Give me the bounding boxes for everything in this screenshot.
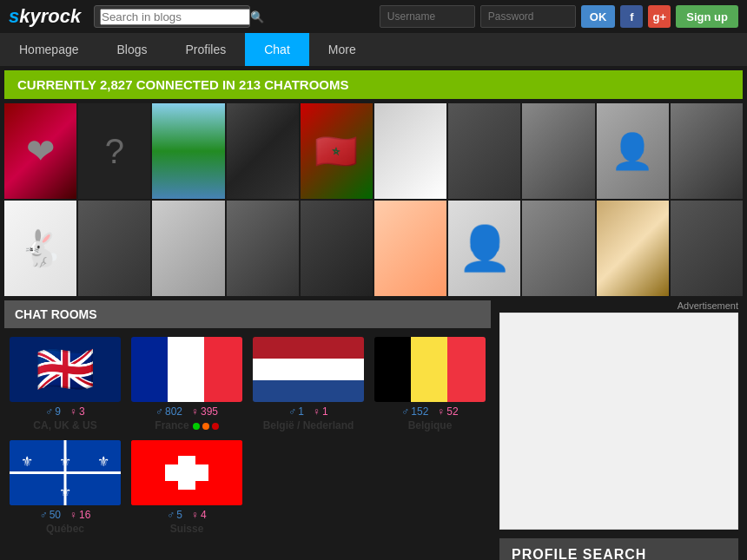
room-card-quebec[interactable]: ⚜ ⚜ ⚜ ⚜ ♂50 ♀16 Québec bbox=[9, 440, 122, 535]
male-icon: ♂ bbox=[45, 405, 53, 418]
room-stats: ♂152 ♀52 bbox=[401, 405, 458, 418]
room-name: België / Nederland bbox=[263, 419, 354, 432]
room-card-belgie[interactable]: ♂1 ♀1 België / Nederland bbox=[252, 337, 365, 432]
signup-button[interactable]: Sign up bbox=[676, 5, 738, 28]
nav: Homepage Blogs Profiles Chat More bbox=[0, 33, 747, 66]
room-stats: ♂1 ♀1 bbox=[288, 405, 327, 418]
room-card-belgique[interactable]: ♂152 ♀52 Belgique bbox=[374, 337, 486, 432]
username-input[interactable] bbox=[380, 5, 475, 28]
right-panel: Advertisement PROFILE SEARCH bbox=[491, 300, 738, 560]
room-name: CA, UK & US bbox=[33, 419, 96, 432]
room-card-france[interactable]: ♂802 ♀395 France bbox=[130, 337, 243, 432]
room-card-suisse[interactable]: ♂5 ♀4 Suisse bbox=[130, 440, 243, 535]
advertisement-label: Advertisement bbox=[499, 300, 738, 311]
svg-text:⚜: ⚜ bbox=[59, 484, 71, 499]
flag-fr bbox=[131, 337, 242, 402]
photo-cell[interactable] bbox=[374, 201, 446, 296]
search-input[interactable] bbox=[100, 9, 250, 25]
photo-cell[interactable] bbox=[152, 201, 224, 296]
male-icon: ♂ bbox=[401, 405, 409, 418]
nav-item-more[interactable]: More bbox=[309, 33, 375, 66]
photo-cell[interactable] bbox=[671, 201, 743, 296]
flag-qc: ⚜ ⚜ ⚜ ⚜ bbox=[10, 440, 121, 505]
svg-rect-9 bbox=[165, 464, 208, 481]
left-panel: CHAT ROOMS ♂9 ♀3 CA, UK & US ♂802 ♀395 bbox=[4, 300, 491, 560]
main-content: CHAT ROOMS ♂9 ♀3 CA, UK & US ♂802 ♀395 bbox=[4, 300, 743, 560]
photo-cell[interactable]: ? bbox=[78, 103, 150, 199]
female-stat: ♀4 bbox=[191, 509, 207, 521]
dot-green bbox=[193, 423, 200, 430]
room-stats: ♂5 ♀4 bbox=[167, 509, 206, 521]
photo-cell[interactable] bbox=[152, 103, 224, 199]
flag-uk bbox=[10, 337, 121, 402]
female-icon: ♀ bbox=[191, 509, 199, 521]
svg-text:⚜: ⚜ bbox=[59, 454, 71, 469]
photo-cell[interactable]: 🇲🇦 bbox=[301, 103, 373, 199]
female-icon: ♀ bbox=[69, 509, 77, 521]
photo-cell[interactable] bbox=[227, 201, 299, 296]
nav-item-blogs[interactable]: Blogs bbox=[98, 33, 167, 66]
female-stat: ♀3 bbox=[69, 405, 85, 418]
male-stat: ♂5 bbox=[167, 509, 182, 521]
auth-area: OK f g+ Sign up bbox=[380, 5, 738, 28]
room-stats: ♂802 ♀395 bbox=[155, 405, 218, 418]
photo-cell[interactable]: 👤 bbox=[597, 103, 669, 199]
photo-cell[interactable] bbox=[374, 103, 446, 199]
flag-ch bbox=[131, 440, 242, 505]
male-stat: ♂152 bbox=[401, 405, 428, 418]
female-stat: ♀52 bbox=[437, 405, 458, 418]
dot-orange bbox=[202, 423, 209, 430]
ok-button[interactable]: OK bbox=[581, 5, 616, 28]
room-card-uk[interactable]: ♂9 ♀3 CA, UK & US bbox=[9, 337, 122, 432]
password-input[interactable] bbox=[480, 5, 576, 28]
photo-cell[interactable] bbox=[597, 201, 669, 296]
gplus-button[interactable]: g+ bbox=[648, 5, 671, 28]
female-stat: ♀1 bbox=[313, 405, 328, 418]
female-stat: ♀16 bbox=[69, 509, 90, 521]
male-icon: ♂ bbox=[288, 405, 296, 418]
female-icon: ♀ bbox=[437, 405, 445, 418]
male-icon: ♂ bbox=[167, 509, 175, 521]
photo-cell[interactable] bbox=[227, 103, 299, 199]
male-icon: ♂ bbox=[155, 405, 163, 418]
svg-text:⚜: ⚜ bbox=[21, 454, 33, 469]
room-dots bbox=[193, 423, 219, 430]
male-stat: ♂9 bbox=[45, 405, 61, 418]
logo: skyrock bbox=[9, 3, 87, 30]
room-stats: ♂50 ♀16 bbox=[40, 509, 91, 521]
room-name: Québec bbox=[46, 523, 84, 535]
male-icon: ♂ bbox=[40, 509, 48, 521]
search-button[interactable]: 🔍 bbox=[250, 10, 264, 23]
photo-cell[interactable] bbox=[78, 201, 150, 296]
male-stat: ♂1 bbox=[288, 405, 304, 418]
photo-cell[interactable] bbox=[301, 201, 373, 296]
facebook-button[interactable]: f bbox=[620, 5, 643, 28]
chatrooms-header: CHAT ROOMS bbox=[4, 300, 491, 328]
photo-cell[interactable] bbox=[448, 103, 520, 199]
photo-cell[interactable]: ❤ bbox=[4, 103, 76, 199]
nav-item-chat[interactable]: Chat bbox=[245, 33, 309, 66]
logo-text: skyrock bbox=[9, 5, 81, 28]
header: skyrock 🔍 OK f g+ Sign up bbox=[0, 0, 747, 33]
female-icon: ♀ bbox=[69, 405, 77, 418]
dot-red bbox=[212, 423, 219, 430]
room-name: France bbox=[155, 419, 188, 432]
photo-cell[interactable]: 👤 bbox=[448, 201, 520, 296]
nav-item-homepage[interactable]: Homepage bbox=[0, 33, 98, 66]
photo-cell[interactable] bbox=[522, 201, 594, 296]
photo-cell[interactable] bbox=[522, 103, 594, 199]
room-name: Belgique bbox=[408, 419, 453, 432]
room-stats: ♂9 ♀3 bbox=[45, 405, 84, 418]
flag-be bbox=[374, 337, 486, 402]
svg-text:⚜: ⚜ bbox=[97, 454, 109, 469]
photo-cell[interactable]: 🐇 bbox=[4, 201, 76, 296]
photo-cell[interactable] bbox=[671, 103, 743, 199]
female-stat: ♀395 bbox=[191, 405, 218, 418]
nav-item-profiles[interactable]: Profiles bbox=[167, 33, 246, 66]
male-stat: ♂50 bbox=[40, 509, 61, 521]
female-icon: ♀ bbox=[191, 405, 199, 418]
male-stat: ♂802 bbox=[155, 405, 182, 418]
profile-search-box[interactable]: PROFILE SEARCH bbox=[499, 538, 738, 560]
search-bar[interactable]: 🔍 bbox=[94, 5, 250, 28]
rooms-grid: ♂9 ♀3 CA, UK & US ♂802 ♀395 France bbox=[4, 333, 491, 539]
